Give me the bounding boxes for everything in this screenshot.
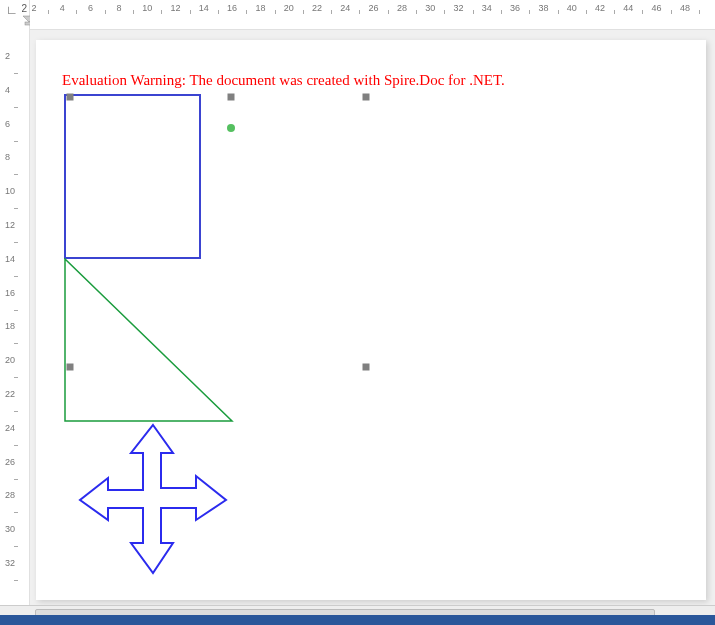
ruler-minor-tick	[105, 10, 106, 14]
ruler-minor-tick	[473, 10, 474, 14]
shape-quad-arrow[interactable]	[76, 423, 231, 578]
ruler-tick: 40	[567, 3, 577, 13]
ruler-tick: 22	[5, 389, 15, 399]
ruler-tick: 14	[199, 3, 209, 13]
ruler-minor-tick	[14, 208, 18, 209]
ruler-minor-tick	[444, 10, 445, 14]
horizontal-ruler[interactable]: 2468101214161820222426283032343638404244…	[30, 0, 715, 30]
ruler-minor-tick	[14, 310, 18, 311]
ruler-minor-tick	[48, 10, 49, 14]
ruler-minor-tick	[359, 10, 360, 14]
ruler-minor-tick	[161, 10, 162, 14]
ruler-tick: 6	[88, 3, 93, 13]
selection-handle[interactable]	[67, 94, 74, 101]
ruler-minor-tick	[218, 10, 219, 14]
ruler-minor-tick	[14, 512, 18, 513]
ruler-tick: 30	[5, 524, 15, 534]
ruler-minor-tick	[501, 10, 502, 14]
ruler-tick: 12	[170, 3, 180, 13]
ruler-minor-tick	[529, 10, 530, 14]
document-page: Evaluation Warning: The document was cre…	[36, 40, 706, 600]
ruler-tick: 36	[510, 3, 520, 13]
status-bar	[0, 615, 715, 625]
ruler-minor-tick	[190, 10, 191, 14]
ruler-current-position: 2	[21, 3, 27, 14]
ruler-minor-tick	[14, 276, 18, 277]
ruler-minor-tick	[14, 479, 18, 480]
svg-rect-2	[65, 95, 200, 258]
ruler-tick: 20	[5, 355, 15, 365]
ruler-minor-tick	[699, 10, 700, 14]
selection-handle[interactable]	[228, 94, 235, 101]
ruler-tick: 30	[425, 3, 435, 13]
ruler-tick: 44	[623, 3, 633, 13]
evaluation-warning-text: Evaluation Warning: The document was cre…	[62, 72, 505, 89]
ruler-corner: ∟ 2	[0, 0, 30, 30]
rotate-handle-icon[interactable]	[227, 124, 235, 132]
ruler-tick: 26	[369, 3, 379, 13]
selection-handle[interactable]	[363, 94, 370, 101]
ruler-tick: 32	[5, 558, 15, 568]
ruler-tick: 42	[595, 3, 605, 13]
ruler-tick: 16	[227, 3, 237, 13]
ruler-tick: 28	[5, 490, 15, 500]
ruler-minor-tick	[586, 10, 587, 14]
ruler-tick: 28	[397, 3, 407, 13]
ruler-minor-tick	[76, 10, 77, 14]
ruler-tick: 16	[5, 288, 15, 298]
ruler-minor-tick	[14, 174, 18, 175]
ruler-minor-tick	[303, 10, 304, 14]
ruler-tick: 4	[5, 85, 10, 95]
ruler-tick: 24	[340, 3, 350, 13]
ruler-tick: 48	[680, 3, 690, 13]
ruler-tick: 2	[5, 51, 10, 61]
ruler-minor-tick	[14, 580, 18, 581]
ruler-tick: 26	[5, 457, 15, 467]
ruler-tick: 18	[255, 3, 265, 13]
ruler-minor-tick	[416, 10, 417, 14]
ruler-tick: 32	[453, 3, 463, 13]
ruler-tick: 6	[5, 119, 10, 129]
ruler-minor-tick	[14, 411, 18, 412]
ruler-minor-tick	[642, 10, 643, 14]
ruler-minor-tick	[14, 377, 18, 378]
shape-right-triangle[interactable]	[64, 258, 234, 423]
ruler-minor-tick	[14, 107, 18, 108]
vertical-ruler[interactable]: 2468101214161820222426283032	[0, 30, 30, 605]
ruler-tick: 10	[142, 3, 152, 13]
ruler-minor-tick	[14, 242, 18, 243]
ruler-tick: 8	[116, 3, 121, 13]
ruler-tick: 22	[312, 3, 322, 13]
shape-rectangle[interactable]	[64, 94, 202, 260]
ruler-tick: 8	[5, 152, 10, 162]
ruler-tick: 14	[5, 254, 15, 264]
svg-marker-3	[65, 259, 232, 421]
ruler-tick: 2	[31, 3, 36, 13]
ruler-minor-tick	[388, 10, 389, 14]
ruler-minor-tick	[558, 10, 559, 14]
ruler-tick: 34	[482, 3, 492, 13]
ruler-tick: 46	[652, 3, 662, 13]
ruler-minor-tick	[671, 10, 672, 14]
ruler-minor-tick	[14, 546, 18, 547]
ruler-minor-tick	[14, 343, 18, 344]
ruler-minor-tick	[275, 10, 276, 14]
ruler-minor-tick	[14, 73, 18, 74]
ruler-tick: 4	[60, 3, 65, 13]
ruler-minor-tick	[133, 10, 134, 14]
tab-stop-icon: ∟	[6, 3, 16, 13]
ruler-minor-tick	[14, 141, 18, 142]
ruler-tick: 20	[284, 3, 294, 13]
ruler-tick: 24	[5, 423, 15, 433]
ruler-minor-tick	[246, 10, 247, 14]
ruler-tick: 38	[538, 3, 548, 13]
ruler-minor-tick	[331, 10, 332, 14]
ruler-tick: 18	[5, 321, 15, 331]
ruler-tick: 12	[5, 220, 15, 230]
ruler-minor-tick	[14, 445, 18, 446]
document-viewport[interactable]: Evaluation Warning: The document was cre…	[30, 30, 715, 605]
ruler-tick: 10	[5, 186, 15, 196]
selection-handle[interactable]	[363, 364, 370, 371]
ruler-minor-tick	[614, 10, 615, 14]
